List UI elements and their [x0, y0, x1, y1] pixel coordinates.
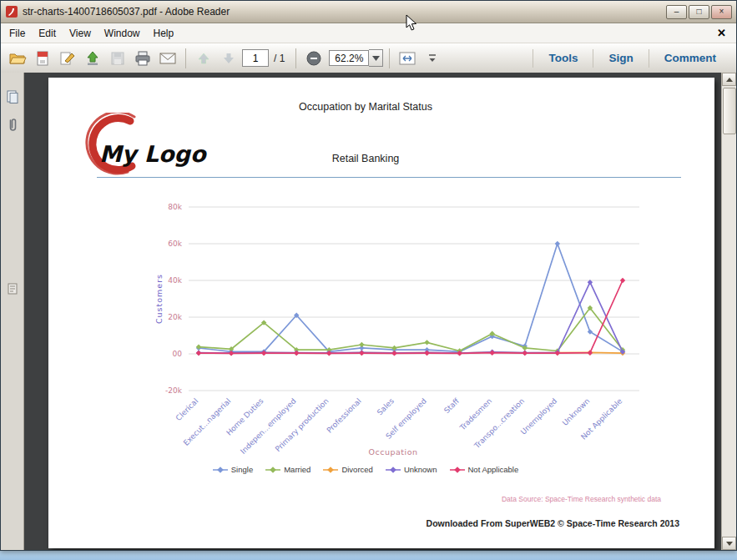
line-chart: 80k60k40k20k00-20kClericalExecut...nager… — [132, 194, 666, 470]
down-arrow-icon — [221, 51, 236, 66]
zoom-control: 62.2% — [329, 49, 383, 67]
page-count-label: / 1 — [274, 53, 285, 64]
scroll-down-arrow-icon — [726, 542, 733, 546]
data-point-marker — [359, 342, 364, 347]
x-category-label: Indepen...employed — [239, 396, 298, 456]
toolbar-separator — [295, 48, 296, 68]
print-button[interactable] — [131, 47, 154, 69]
up-arrow-icon — [196, 51, 211, 66]
divider-line — [97, 177, 681, 178]
data-point-marker — [391, 351, 396, 356]
legend-label: Divorced — [341, 465, 373, 474]
previous-page-button[interactable] — [192, 47, 215, 69]
y-tick-label: -20k — [165, 386, 183, 395]
sign-button[interactable]: Sign — [593, 52, 648, 64]
chart-subtitle: Retail Banking — [48, 153, 683, 164]
green-upload-arrow-icon — [84, 50, 101, 67]
legend-marker-icon — [213, 466, 228, 474]
minimize-button[interactable]: – — [666, 5, 687, 19]
data-point-marker — [489, 331, 494, 336]
zoom-level-value[interactable]: 62.2% — [329, 50, 369, 66]
menu-file[interactable]: File — [3, 25, 32, 42]
share-upload-button[interactable] — [81, 47, 104, 69]
page-thumbnails-icon — [6, 89, 19, 104]
menubar-close-icon[interactable]: ✕ — [717, 27, 726, 39]
data-point-marker — [620, 278, 625, 283]
data-point-marker — [424, 340, 429, 345]
comment-button[interactable]: Comment — [649, 52, 731, 64]
legend-marker-icon — [450, 466, 465, 474]
data-point-marker — [294, 351, 299, 356]
toolbar-overflow-button[interactable] — [421, 47, 444, 69]
zoom-dropdown-button[interactable] — [369, 49, 383, 67]
menu-view[interactable]: View — [63, 25, 98, 42]
chevron-down-icon — [372, 56, 380, 61]
navigation-sidebar — [1, 73, 24, 550]
y-tick-label: 00 — [173, 350, 183, 358]
x-category-label: Tradesmen — [457, 396, 493, 432]
scroll-down-button[interactable] — [722, 537, 736, 550]
menu-window[interactable]: Window — [98, 25, 147, 42]
pen-on-page-icon — [59, 50, 76, 67]
create-pdf-icon — [34, 50, 51, 67]
envelope-icon — [159, 51, 177, 66]
zoom-out-button[interactable] — [302, 47, 326, 69]
close-glyph: × — [719, 8, 724, 16]
open-file-button[interactable] — [6, 47, 29, 69]
download-footer: Downloaded From SuperWEB2 © Space-Time R… — [427, 518, 679, 528]
vertical-scrollbar[interactable] — [721, 73, 736, 550]
maximize-button[interactable]: □ — [689, 5, 709, 19]
printer-icon — [134, 50, 152, 67]
email-button[interactable] — [156, 47, 179, 69]
x-category-label: Staff — [442, 396, 461, 415]
data-point-marker — [522, 351, 528, 356]
panel-toggle-button[interactable] — [1, 278, 23, 300]
data-point-marker — [555, 241, 560, 246]
save-floppy-icon — [109, 50, 126, 67]
page-number-input[interactable] — [242, 49, 269, 67]
next-page-button[interactable] — [217, 47, 240, 69]
legend-label: Not Applicable — [468, 465, 519, 474]
pdf-app-icon — [5, 5, 18, 18]
scroll-up-arrow-icon — [726, 78, 733, 82]
legend-label: Unknown — [404, 465, 437, 474]
window-controls: – □ × — [664, 5, 732, 19]
y-tick-label: 80k — [168, 203, 182, 211]
legend-item-unknown: Unknown — [386, 465, 437, 474]
data-source-note: Data Source: Space-Time Research synthet… — [502, 495, 661, 503]
x-category-label: Professional — [325, 396, 362, 434]
legend-marker-icon — [323, 466, 338, 474]
menu-edit[interactable]: Edit — [32, 25, 63, 42]
legend-label: Married — [284, 465, 310, 474]
window-title: str-charts-1400718605037.pdf - Adobe Rea… — [23, 6, 230, 18]
overflow-chevron-icon — [427, 53, 438, 64]
data-point-marker — [196, 351, 201, 356]
y-tick-label: 40k — [168, 276, 182, 285]
data-point-marker — [588, 350, 593, 355]
menu-help[interactable]: Help — [147, 25, 181, 42]
sign-pen-button[interactable] — [56, 47, 79, 69]
create-pdf-button[interactable] — [31, 47, 54, 69]
my-logo: My Logo — [78, 113, 229, 179]
page-thumbnails-button[interactable] — [1, 86, 23, 108]
toolbar-separator — [185, 48, 186, 68]
series-line-single — [199, 244, 623, 351]
scroll-up-button[interactable] — [722, 73, 736, 86]
legend-item-not-applicable: Not Applicable — [450, 465, 519, 474]
legend-item-single: Single — [213, 465, 253, 474]
toolbar: / 1 62.2% — [1, 43, 736, 73]
maximize-glyph: □ — [696, 8, 701, 16]
y-axis-title: Customers — [154, 274, 164, 324]
toolbar-separator — [389, 48, 390, 68]
save-button[interactable] — [106, 47, 129, 69]
fit-width-icon — [398, 51, 416, 66]
tools-button[interactable]: Tools — [533, 52, 593, 64]
legend-item-divorced: Divorced — [323, 465, 373, 474]
x-axis-title: Occupation — [369, 447, 418, 457]
attachments-button[interactable] — [1, 114, 23, 136]
close-button[interactable]: × — [711, 5, 732, 19]
chart-title: Occupation by Marital Status — [48, 101, 683, 113]
scrollbar-thumb[interactable] — [723, 88, 736, 134]
data-point-marker — [359, 351, 364, 356]
fit-width-button[interactable] — [396, 47, 419, 69]
